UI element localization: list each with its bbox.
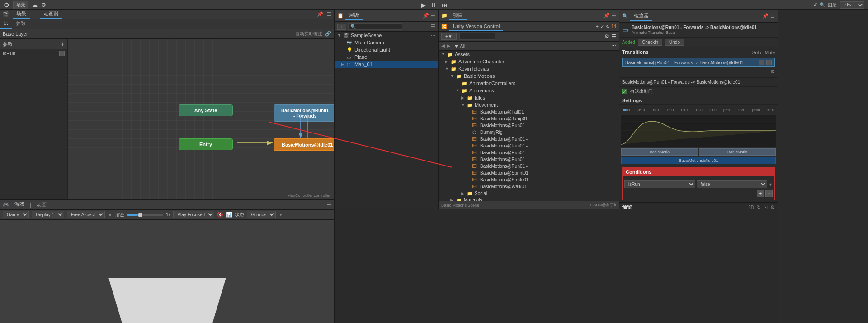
animation-tab[interactable]: 动画 bbox=[33, 200, 50, 209]
project-animations[interactable]: ▼ 📁 Animations bbox=[439, 87, 619, 94]
preview-fit-icon[interactable]: ⊡ bbox=[764, 204, 768, 209]
audio-icon[interactable]: 🔇 bbox=[217, 212, 223, 218]
project-tab[interactable]: 项目 bbox=[449, 11, 467, 20]
mute-checkbox[interactable] bbox=[766, 60, 772, 65]
idle-state-node[interactable]: BasicMotions@Idle01 bbox=[274, 138, 334, 151]
vc-add-icon[interactable]: + bbox=[596, 24, 599, 29]
checkin-button[interactable]: Checkin bbox=[638, 39, 662, 46]
project-search[interactable] bbox=[459, 33, 495, 40]
hierarchy-options[interactable]: ☰ bbox=[431, 24, 435, 29]
hierarchy-item-plane[interactable]: ▭ Plane bbox=[335, 53, 438, 61]
source-clip[interactable]: BasicMotio bbox=[621, 148, 698, 156]
project-idles[interactable]: ▶ 📁 Idles bbox=[439, 94, 619, 101]
project-movement[interactable]: ▼ 📁 Movement bbox=[439, 101, 619, 109]
param-isrun[interactable]: isRun bbox=[0, 49, 67, 57]
run-state-node[interactable]: BasicMotions@Run01 - Forwards bbox=[274, 104, 334, 122]
search-icon[interactable]: 🔍 bbox=[820, 2, 825, 7]
undo-button[interactable]: Undo bbox=[665, 39, 684, 46]
project-run01-b[interactable]: 🎞 BasicMotions@Run01 - bbox=[439, 136, 619, 142]
project-run01-a[interactable]: 🎞 BasicMotions@Run01 - bbox=[439, 122, 619, 129]
hierarchy-item-man01[interactable]: ▶ ⬡ Man_01 bbox=[335, 61, 438, 68]
project-strafe01[interactable]: 🎞 BasicMotions@Strafe01 bbox=[439, 176, 619, 183]
all-label[interactable]: ▼ All bbox=[454, 43, 466, 49]
layers-tab[interactable]: 层 bbox=[0, 19, 12, 28]
condition-value-select[interactable]: false bbox=[697, 180, 768, 188]
settings-gear-icon[interactable]: ⚙ bbox=[770, 69, 775, 75]
game-tab[interactable]: 游戏 bbox=[11, 200, 28, 209]
scale-slider[interactable] bbox=[127, 214, 163, 216]
solo-checkbox[interactable] bbox=[759, 60, 764, 65]
menu-icon[interactable]: ☰ bbox=[327, 11, 331, 17]
hierarchy-item-samplescene[interactable]: ▼ 🎬 SampleScene ⋯ bbox=[335, 32, 438, 39]
hierarchy-search[interactable] bbox=[348, 23, 402, 30]
project-adventure-char[interactable]: ▶ 📁 Adventure Character bbox=[439, 58, 619, 65]
project-run01-e[interactable]: 🎞 BasicMotions@Run01 - bbox=[439, 156, 619, 163]
project-menu[interactable]: ☰ bbox=[612, 13, 616, 19]
preview-settings-icon[interactable]: ⚙ bbox=[770, 204, 775, 209]
aspect-select[interactable]: Free Aspect bbox=[67, 211, 105, 218]
link-icon[interactable]: 🔗 bbox=[325, 31, 331, 37]
project-dummyrig[interactable]: ⬡ DummyRig bbox=[439, 129, 619, 136]
gizmos-select[interactable]: Gizmos bbox=[247, 211, 276, 218]
project-basic-motions[interactable]: ▼ 📁 Basic Motions bbox=[439, 72, 619, 80]
scene-tab[interactable]: 场景 bbox=[13, 10, 30, 19]
hierarchy-tab[interactable]: 层级 bbox=[345, 11, 363, 20]
hierarchy-menu[interactable]: ☰ bbox=[431, 13, 435, 19]
add-hierarchy-button[interactable]: + bbox=[337, 24, 346, 30]
project-run01-f[interactable]: 🎞 BasicMotions@Run01 - bbox=[439, 163, 619, 170]
project-run01-d[interactable]: 🎞 BasicMotions@Run01 - bbox=[439, 149, 619, 156]
remove-condition-button[interactable]: − bbox=[765, 190, 773, 197]
hierarchy-item-maincamera[interactable]: 📷 Main Camera bbox=[335, 39, 438, 46]
undo-icon[interactable]: ↺ bbox=[813, 2, 817, 7]
add-param-button[interactable]: + bbox=[61, 40, 65, 48]
animator-tab[interactable]: 动画器 bbox=[40, 10, 62, 19]
forward-btn[interactable]: ▶ bbox=[447, 43, 450, 49]
inspector-icon: 🔍 bbox=[622, 13, 628, 19]
step-button[interactable]: ⏭ bbox=[440, 1, 449, 9]
dest-clip[interactable]: BasicMotio bbox=[699, 148, 776, 156]
project-run01-c[interactable]: 🎞 BasicMotions@Run01 - bbox=[439, 142, 619, 149]
add-condition-button[interactable]: + bbox=[757, 190, 764, 197]
preview-2d-button[interactable]: 2D bbox=[748, 205, 754, 209]
exit-time-checkbox[interactable]: ✓ bbox=[622, 89, 627, 94]
transition-item-main[interactable]: BasicMotions@Run01 - Forwards -> BasicMo… bbox=[622, 58, 775, 67]
animator-graph[interactable]: Any State Entry BasicMotions@Run01 - For… bbox=[68, 39, 334, 200]
project-walk01[interactable]: 🎞 BasicMotions@Walk01 bbox=[439, 183, 619, 190]
project-sprint01[interactable]: 🎞 BasicMotions@Sprint01 bbox=[439, 170, 619, 176]
entry-state-node[interactable]: Entry bbox=[179, 138, 233, 150]
params-tab[interactable]: 参数 bbox=[12, 19, 29, 28]
any-state-node[interactable]: Any State bbox=[179, 104, 233, 116]
back-btn[interactable]: ◀ bbox=[441, 43, 445, 49]
inspector-menu[interactable]: ☰ bbox=[770, 13, 775, 19]
project-jump01[interactable]: 🎞 BasicMotions@Jump01 bbox=[439, 115, 619, 122]
project-menu-icon[interactable]: ☰ bbox=[612, 33, 616, 39]
vc-check-icon[interactable]: ✓ bbox=[600, 24, 604, 29]
inspector-tab[interactable]: 检查器 bbox=[630, 11, 652, 21]
play-button[interactable]: ▶ bbox=[420, 1, 427, 9]
pause-button[interactable]: ⏸ bbox=[429, 1, 438, 9]
project-fall01[interactable]: 🎞 BasicMotions@Fall01 bbox=[439, 109, 619, 115]
preview-rotate-icon[interactable]: ↻ bbox=[757, 204, 761, 209]
project-assets[interactable]: ▼ 📁 Assets bbox=[439, 51, 619, 58]
layout-select[interactable]: 2 by 3 bbox=[840, 1, 864, 9]
project-animation-controllers[interactable]: 📁 AnimationControllers bbox=[439, 80, 619, 87]
display-select[interactable]: Display 1 bbox=[32, 211, 64, 218]
play-mode-select[interactable]: Play Focused bbox=[173, 211, 214, 218]
scene-menu-button[interactable]: 场景 bbox=[13, 1, 28, 9]
project-social[interactable]: ▶ 📁 Social bbox=[439, 190, 619, 197]
vc-refresh-icon[interactable]: ↻ bbox=[606, 24, 609, 29]
stats-icon[interactable]: 📊 bbox=[226, 212, 232, 218]
dest-full-clip[interactable]: BasicMotions@Idle01 bbox=[621, 157, 776, 164]
state-label[interactable]: 状态 bbox=[235, 212, 244, 218]
project-more[interactable]: ⋯ bbox=[611, 43, 616, 49]
condition-param-select[interactable]: isRun bbox=[624, 180, 695, 188]
create-button[interactable]: +▼ bbox=[441, 33, 457, 40]
project-kevin-iglesias[interactable]: ▼ 📁 Kevin Iglesias bbox=[439, 65, 619, 72]
hierarchy-item-dirlight[interactable]: 💡 Directional Light bbox=[335, 46, 438, 53]
param-checkbox-isrun[interactable] bbox=[59, 51, 65, 56]
game-menu-icon[interactable]: ☰ bbox=[327, 202, 331, 208]
project-materials[interactable]: ▶ 📁 Materials bbox=[439, 197, 619, 201]
project-settings-icon[interactable]: ⚙ bbox=[604, 33, 609, 39]
game-label-select[interactable]: Game bbox=[3, 211, 29, 218]
vc-tab[interactable]: Unity Version Control bbox=[449, 23, 503, 31]
